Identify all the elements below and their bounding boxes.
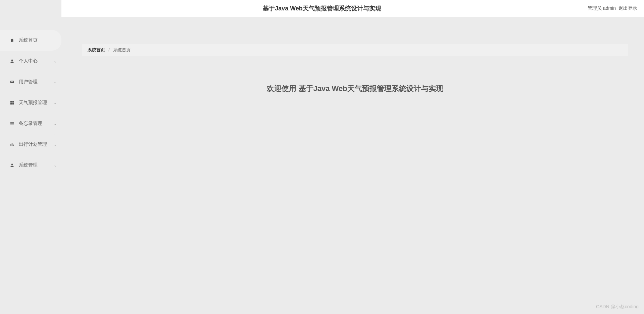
chevron-down-icon: ⌄ bbox=[54, 59, 57, 63]
breadcrumb: 系统首页 / 系统首页 bbox=[82, 44, 628, 56]
sidebar-item-travel[interactable]: 出行计划管理 ⌄ bbox=[0, 134, 61, 155]
svg-rect-8 bbox=[10, 123, 14, 124]
breadcrumb-separator: / bbox=[108, 47, 110, 52]
svg-rect-10 bbox=[10, 144, 11, 146]
chevron-down-icon: ⌄ bbox=[54, 163, 57, 168]
sidebar-item-label: 天气预报管理 bbox=[19, 100, 54, 106]
users-icon bbox=[9, 79, 15, 85]
main-container: 系统首页 个人中心 ⌄ 用户管理 ⌄ 天气预报管理 ⌄ bbox=[0, 17, 644, 314]
watermark: CSDN @小蔡coding bbox=[596, 304, 639, 310]
sidebar-item-users[interactable]: 用户管理 ⌄ bbox=[0, 72, 61, 92]
svg-rect-4 bbox=[12, 101, 14, 103]
header-right: 管理员 admin 退出登录 bbox=[588, 5, 644, 11]
welcome-heading: 欢迎使用 基于Java Web天气预报管理系统设计与实现 bbox=[82, 84, 628, 94]
sidebar-item-label: 系统管理 bbox=[19, 162, 54, 168]
svg-rect-3 bbox=[10, 101, 12, 103]
breadcrumb-second: 系统首页 bbox=[113, 47, 131, 53]
sidebar-item-memo[interactable]: 备忘录管理 ⌄ bbox=[0, 113, 61, 134]
sidebar: 系统首页 个人中心 ⌄ 用户管理 ⌄ 天气预报管理 ⌄ bbox=[0, 17, 61, 314]
page-title: 基于Java Web天气预报管理系统设计与实现 bbox=[263, 4, 381, 12]
svg-point-13 bbox=[11, 164, 13, 165]
svg-rect-11 bbox=[12, 143, 12, 146]
svg-rect-6 bbox=[12, 103, 14, 105]
chevron-down-icon: ⌄ bbox=[54, 101, 57, 105]
header-spacer bbox=[0, 0, 61, 17]
user-label[interactable]: 管理员 admin bbox=[588, 5, 616, 11]
sidebar-item-label: 用户管理 bbox=[19, 79, 54, 85]
svg-rect-1 bbox=[10, 81, 14, 83]
chevron-down-icon: ⌄ bbox=[54, 80, 57, 84]
svg-point-0 bbox=[11, 59, 13, 61]
svg-rect-12 bbox=[13, 145, 13, 146]
sidebar-item-label: 备忘录管理 bbox=[19, 121, 54, 127]
grid-icon bbox=[9, 100, 15, 105]
chart-icon bbox=[9, 142, 15, 147]
sidebar-item-profile[interactable]: 个人中心 ⌄ bbox=[0, 51, 61, 72]
admin-icon bbox=[9, 163, 15, 168]
svg-rect-9 bbox=[10, 125, 14, 125]
sidebar-item-label: 出行计划管理 bbox=[19, 141, 54, 147]
sidebar-item-label: 系统首页 bbox=[19, 37, 57, 43]
chevron-down-icon: ⌄ bbox=[54, 142, 57, 147]
header: 基于Java Web天气预报管理系统设计与实现 管理员 admin 退出登录 bbox=[0, 0, 644, 17]
sidebar-item-label: 个人中心 bbox=[19, 58, 54, 64]
list-icon bbox=[9, 121, 15, 126]
content: 系统首页 / 系统首页 欢迎使用 基于Java Web天气预报管理系统设计与实现 bbox=[61, 17, 644, 314]
logout-link[interactable]: 退出登录 bbox=[618, 5, 637, 11]
home-icon bbox=[9, 38, 15, 43]
svg-rect-5 bbox=[10, 103, 12, 105]
svg-rect-2 bbox=[11, 81, 13, 82]
sidebar-item-weather[interactable]: 天气预报管理 ⌄ bbox=[0, 92, 61, 113]
sidebar-item-system[interactable]: 系统管理 ⌄ bbox=[0, 155, 61, 176]
breadcrumb-first[interactable]: 系统首页 bbox=[88, 47, 105, 53]
chevron-down-icon: ⌄ bbox=[54, 122, 57, 126]
person-icon bbox=[9, 58, 15, 64]
sidebar-item-home[interactable]: 系统首页 bbox=[0, 30, 61, 51]
svg-rect-7 bbox=[10, 122, 14, 123]
